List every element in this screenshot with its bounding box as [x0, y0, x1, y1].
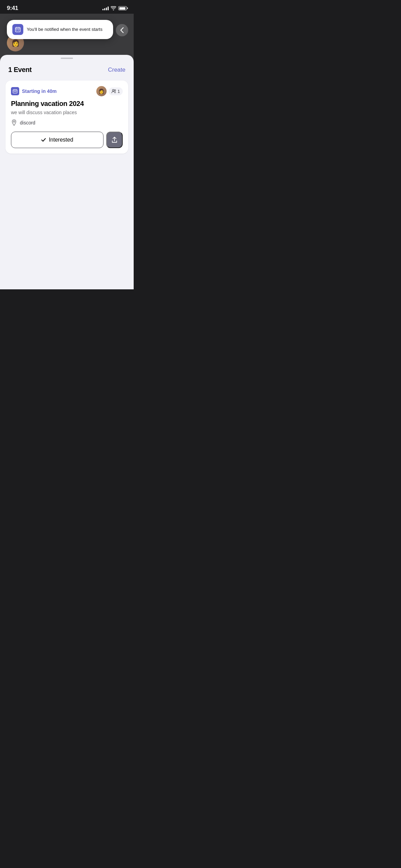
- svg-rect-5: [15, 91, 15, 92]
- event-title: Planning vacation 2024: [11, 100, 123, 108]
- location-icon: [11, 119, 17, 126]
- event-card: Starting in 40m 👩 1 Planning vacation: [5, 81, 128, 154]
- event-calendar-icon: [11, 87, 19, 95]
- location-text: discord: [20, 120, 35, 125]
- attendees-area: 👩 1: [96, 86, 123, 96]
- attendees-count-badge: 1: [109, 87, 123, 95]
- create-button[interactable]: Create: [108, 67, 125, 73]
- bottom-sheet: 1 Event Create Starting in 40m: [0, 55, 134, 289]
- checkmark-icon: [41, 138, 46, 142]
- svg-rect-6: [16, 91, 16, 92]
- svg-rect-0: [15, 27, 20, 32]
- sheet-header: 1 Event Create: [0, 59, 134, 78]
- toast-text: You'll be notified when the event starts: [27, 27, 102, 33]
- starting-time: Starting in 40m: [11, 87, 57, 95]
- interested-button-label: Interested: [49, 137, 73, 143]
- back-arrow-icon: [120, 27, 124, 33]
- signal-icon: [102, 6, 109, 10]
- svg-point-8: [114, 89, 116, 91]
- svg-point-7: [112, 89, 114, 91]
- interested-button[interactable]: Interested: [11, 132, 104, 148]
- people-icon: [111, 89, 116, 93]
- toast-calendar-icon: [12, 24, 23, 35]
- wifi-icon: [111, 6, 116, 10]
- event-location: discord: [11, 119, 123, 126]
- attendees-count-text: 1: [118, 89, 120, 94]
- back-button[interactable]: [116, 24, 128, 36]
- status-time: 9:41: [7, 5, 18, 12]
- attendee-avatar: 👩: [96, 86, 107, 96]
- notification-toast: You'll be notified when the event starts: [7, 20, 113, 39]
- sheet-title: 1 Event: [8, 66, 32, 74]
- svg-point-9: [13, 121, 15, 122]
- status-bar: 9:41: [0, 0, 134, 14]
- svg-rect-4: [14, 91, 15, 92]
- share-icon: [111, 136, 118, 143]
- event-description: we will discuss vacation places: [11, 110, 123, 115]
- share-button[interactable]: [106, 132, 123, 148]
- event-card-header: Starting in 40m 👩 1: [11, 86, 123, 96]
- battery-icon: [118, 6, 127, 10]
- svg-rect-2: [19, 30, 20, 31]
- status-icons: [102, 6, 127, 10]
- svg-rect-1: [16, 30, 17, 31]
- action-area: Interested: [11, 132, 123, 148]
- starting-time-text: Starting in 40m: [22, 88, 57, 94]
